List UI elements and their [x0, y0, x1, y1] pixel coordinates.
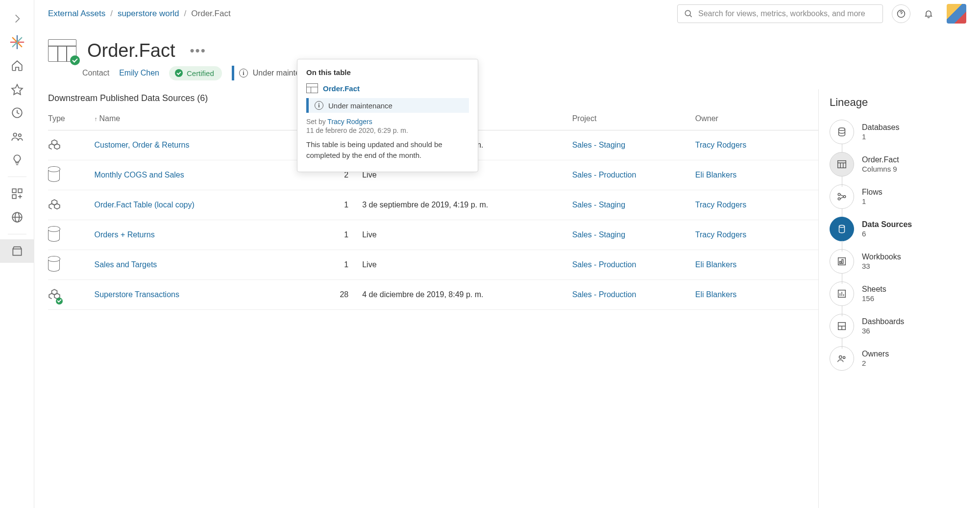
row-project-cell: Sales - Production	[572, 160, 695, 190]
row-owner-link[interactable]: Tracy Rodgers	[695, 141, 746, 149]
row-project-link[interactable]: Sales - Staging	[572, 230, 626, 239]
popover-table-row[interactable]: Order.Fact	[306, 83, 469, 93]
tableau-logo-icon	[9, 34, 25, 51]
global-search[interactable]	[677, 4, 883, 23]
row-name-cell: Monthly COGS and Sales	[95, 160, 283, 190]
row-owner-cell: Tracy Rodgers	[695, 220, 818, 250]
certified-chip[interactable]: Certified	[169, 66, 222, 80]
rail-expand-toggle[interactable]	[0, 7, 34, 30]
rail-favorites[interactable]	[0, 77, 34, 101]
th-type[interactable]: Type	[48, 108, 95, 130]
workbooks-icon	[830, 249, 854, 274]
row-name-link[interactable]: Monthly COGS and Sales	[95, 171, 184, 179]
popover-set-by-link[interactable]: Tracy Rodgers	[327, 118, 372, 126]
rail-recommendations[interactable]	[0, 148, 34, 172]
row-owner-link[interactable]: Eli Blankers	[695, 290, 736, 299]
row-project-link[interactable]: Sales - Staging	[572, 141, 626, 149]
table-row[interactable]: Orders + Returns1LiveSales - StagingTrac…	[48, 220, 818, 250]
row-name-cell: Superstore Transactions	[95, 280, 283, 310]
rail-collections[interactable]	[0, 239, 34, 263]
rail-home[interactable]	[0, 54, 34, 77]
grid-plus-icon	[11, 187, 24, 200]
row-workbooks-cell: 1	[283, 190, 363, 220]
help-icon	[896, 9, 906, 19]
popover-table-name: Order.Fact	[323, 84, 360, 93]
th-project[interactable]: Project	[572, 108, 695, 130]
rail-shared[interactable]	[0, 125, 34, 148]
lineage-item-label: Owners2	[862, 349, 889, 368]
th-name[interactable]: ↑Name	[95, 108, 283, 130]
lineage-item-sub: 33	[862, 262, 901, 271]
lineage-item-label: Workbooks33	[862, 252, 901, 271]
row-project-link[interactable]: Sales - Production	[572, 171, 637, 179]
popover-maintenance-row[interactable]: i Under maintenance	[306, 98, 469, 113]
rail-recents[interactable]	[0, 101, 34, 125]
row-project-link[interactable]: Sales - Production	[572, 290, 637, 299]
row-owner-link[interactable]: Tracy Rodgers	[695, 201, 746, 209]
th-name-label: Name	[99, 114, 121, 123]
popover-heading: On this table	[306, 68, 469, 76]
table-row[interactable]: Order.Fact Table (local copy)13 de septi…	[48, 190, 818, 220]
svg-rect-9	[18, 189, 22, 193]
user-avatar[interactable]	[947, 4, 966, 24]
rail-explore[interactable]	[0, 182, 34, 205]
row-owner-cell: Tracy Rodgers	[695, 130, 818, 160]
row-name-link[interactable]: Superstore Transactions	[95, 290, 179, 299]
row-project-link[interactable]: Sales - Production	[572, 260, 637, 269]
row-name-link[interactable]: Orders + Returns	[95, 230, 155, 239]
lineage-item-sheets[interactable]: Sheets156	[830, 281, 970, 306]
box-icon	[11, 245, 24, 257]
row-type-cell	[48, 280, 95, 310]
row-owner-link[interactable]: Eli Blankers	[695, 260, 736, 269]
app-root: External Assets / superstore world / Ord…	[0, 0, 980, 508]
row-name-link[interactable]: Customer, Order & Returns	[95, 141, 190, 149]
row-name-cell: Sales and Targets	[95, 250, 283, 280]
lineage-item-sub: 156	[862, 294, 886, 304]
table-row[interactable]: Sales and Targets1LiveSales - Production…	[48, 250, 818, 280]
rail-tableau-logo[interactable]	[0, 30, 34, 54]
breadcrumb-link-0[interactable]: External Assets	[48, 9, 105, 19]
help-button[interactable]	[892, 4, 910, 23]
info-icon: i	[315, 101, 323, 110]
lineage-item-sub: 2	[862, 359, 889, 368]
rail-external-assets[interactable]	[0, 205, 34, 229]
lineage-item-workbooks[interactable]: Workbooks33	[830, 249, 970, 274]
row-name-cell: Customer, Order & Returns	[95, 130, 283, 160]
search-input[interactable]	[698, 9, 877, 18]
flows-icon	[830, 184, 854, 209]
table-icon	[306, 83, 318, 93]
row-owner-cell: Eli Blankers	[695, 160, 818, 190]
lineage-item-flows[interactable]: Flows1	[830, 184, 970, 209]
table-row[interactable]: Superstore Transactions284 de diciembre …	[48, 280, 818, 310]
more-actions-button[interactable]: •••	[186, 41, 210, 60]
popover-set-at: 11 de febrero de 2020, 6:29 p. m.	[306, 127, 469, 134]
row-name-link[interactable]: Sales and Targets	[95, 260, 157, 269]
row-name-cell: Order.Fact Table (local copy)	[95, 190, 283, 220]
row-type-cell	[48, 190, 95, 220]
contact-link[interactable]: Emily Chen	[119, 69, 159, 77]
row-live-cell: 3 de septiembre de 2019, 4:19 p. m.	[362, 190, 572, 220]
lineage-item-owners[interactable]: Owners2	[830, 346, 970, 371]
certified-badge-icon	[56, 298, 63, 305]
breadcrumb-link-1[interactable]: superstore world	[118, 9, 179, 19]
row-project-link[interactable]: Sales - Staging	[572, 201, 626, 209]
svg-point-17	[685, 10, 690, 16]
dashboards-icon	[830, 314, 854, 338]
lineage-item-title: Order.Fact	[862, 155, 899, 165]
lineage-item-datasources[interactable]: Data Sources6	[830, 217, 970, 241]
star-icon	[11, 83, 24, 96]
svg-marker-4	[12, 84, 23, 95]
row-name-link[interactable]: Order.Fact Table (local copy)	[95, 201, 195, 209]
lineage-item-table[interactable]: Order.FactColumns 9	[830, 152, 970, 177]
row-owner-link[interactable]: Eli Blankers	[695, 171, 736, 179]
subtitle-row: Contact Emily Chen Certified i Under mai…	[34, 66, 980, 89]
owners-icon	[830, 346, 854, 371]
table-thumb-icon	[48, 39, 76, 62]
lineage-item-dashboards[interactable]: Dashboards36	[830, 314, 970, 338]
notifications-button[interactable]	[919, 4, 938, 23]
th-owner[interactable]: Owner	[695, 108, 818, 130]
row-name-cell: Orders + Returns	[95, 220, 283, 250]
lineage-item-databases[interactable]: Databases1	[830, 120, 970, 144]
row-owner-link[interactable]: Tracy Rodgers	[695, 230, 746, 239]
row-project-cell: Sales - Staging	[572, 130, 695, 160]
